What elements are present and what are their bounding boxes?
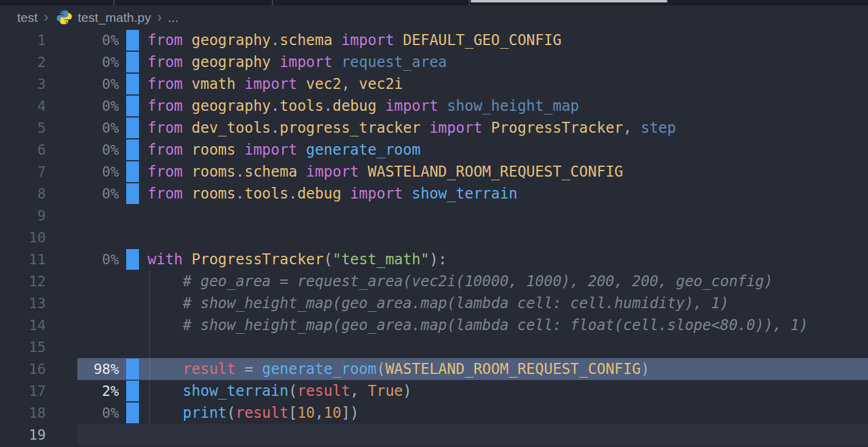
line-number[interactable]: 19 — [0, 424, 46, 446]
coverage-bar — [126, 249, 139, 270]
code-line-row[interactable]: 1698% result = generate_room(WASTELAND_R… — [0, 358, 868, 380]
breadcrumb-folder[interactable]: test — [17, 10, 38, 25]
token-pn — [236, 141, 244, 158]
code-line-row[interactable]: 40%from geography.tools.debug import sho… — [0, 95, 868, 117]
code-text[interactable]: show_terrain(result, True) — [148, 380, 412, 402]
token-pn: , — [623, 119, 641, 136]
code-lines: 10%from geography.schema import DEFAULT_… — [0, 29, 868, 446]
line-number[interactable]: 13 — [0, 292, 46, 314]
token-kw: import — [429, 119, 482, 136]
token-pn: ) — [641, 361, 649, 378]
code-text[interactable]: result = generate_room(WASTELAND_ROOM_RE… — [148, 358, 650, 380]
code-line-row[interactable]: 9 — [0, 205, 868, 227]
coverage-gutter — [119, 380, 148, 402]
token-kw: import — [341, 32, 394, 49]
coverage-gutter — [119, 358, 148, 380]
line-number[interactable]: 11 — [0, 248, 46, 270]
token-pn — [297, 141, 306, 158]
token-mod: rooms — [191, 141, 235, 158]
code-line-row[interactable]: 70%from rooms.schema import WASTELAND_RO… — [0, 161, 868, 183]
coverage-bar — [126, 161, 139, 182]
line-number[interactable]: 2 — [0, 51, 46, 73]
line-number[interactable]: 16 — [0, 358, 46, 380]
chevron-right-icon: › — [44, 10, 49, 24]
line-number[interactable]: 10 — [0, 227, 46, 248]
coverage-gutter — [119, 205, 148, 227]
code-line-row[interactable]: 10 — [0, 227, 868, 248]
code-line-row[interactable]: 60%from rooms import generate_room — [0, 139, 868, 161]
code-text[interactable]: # geo_area = request_area(vec2i(10000, 1… — [148, 270, 773, 292]
code-line-row[interactable]: 180% print(result[10,10]) — [0, 402, 868, 424]
token-kw: from — [148, 141, 183, 158]
code-line-row[interactable]: 80%from rooms.tools.debug import show_te… — [0, 183, 868, 205]
code-line-row[interactable]: 13 # show_height_map(geo_area.map(lambda… — [0, 292, 868, 314]
code-text[interactable]: from geography import request_area — [148, 51, 447, 73]
token-fn: show_terrain — [412, 185, 518, 202]
code-text[interactable]: from vmath import vec2, vec2i — [148, 73, 403, 95]
code-line-row[interactable]: 12 # geo_area = request_area(vec2i(10000… — [0, 270, 868, 292]
token-kw: from — [148, 163, 183, 180]
token-kw: import — [350, 185, 403, 202]
line-number[interactable]: 1 — [0, 29, 46, 51]
coverage-percent: 0% — [46, 95, 119, 117]
code-line-row[interactable]: 172% show_terrain(result, True) — [0, 380, 868, 402]
breadcrumb-symbol-more[interactable]: ... — [168, 10, 179, 25]
token-pn — [359, 163, 368, 180]
line-number[interactable]: 12 — [0, 270, 46, 292]
code-text[interactable]: from rooms.tools.debug import show_terra… — [148, 183, 518, 205]
line-number[interactable]: 5 — [0, 117, 46, 139]
line-number[interactable]: 18 — [0, 402, 46, 424]
code-line-row[interactable]: 14 # show_height_map(geo_area.map(lambda… — [0, 314, 868, 336]
code-text[interactable]: with ProgressTracker("test_math"): — [148, 248, 447, 270]
line-number[interactable]: 7 — [0, 161, 46, 183]
code-text[interactable]: from dev_tools.progress_tracker import P… — [148, 117, 676, 139]
line-number[interactable]: 9 — [0, 205, 46, 227]
token-pn: . — [271, 97, 279, 114]
token-cmt: # show_height_map(geo_area.map(lambda ce… — [148, 295, 729, 312]
token-mod: vec2i — [359, 76, 403, 93]
code-line-row[interactable]: 10%from geography.schema import DEFAULT_… — [0, 29, 868, 51]
token-mod: vmath — [191, 76, 235, 93]
scrollbar-thumb[interactable] — [471, 0, 667, 2]
coverage-gutter — [119, 161, 148, 183]
coverage-gutter — [119, 51, 148, 73]
token-pn — [236, 76, 244, 93]
breadcrumb-file[interactable]: test_math.py — [78, 10, 151, 25]
coverage-percent — [46, 314, 119, 336]
code-text[interactable]: # show_height_map(geo_area.map(lambda ce… — [148, 314, 808, 336]
token-pn: [ — [288, 404, 297, 421]
line-number[interactable]: 4 — [0, 95, 46, 117]
code-line-row[interactable]: 15 — [0, 336, 868, 358]
token-pn: ]) — [341, 404, 359, 421]
code-text[interactable]: from rooms.schema import WASTELAND_ROOM_… — [148, 161, 623, 183]
code-text[interactable]: from rooms import generate_room — [148, 139, 421, 161]
line-number[interactable]: 14 — [0, 314, 46, 336]
token-mod: progress_tracker — [280, 119, 421, 136]
code-line-row[interactable]: 20%from geography import request_area — [0, 51, 868, 73]
coverage-percent — [46, 336, 119, 358]
token-cmt: # geo_area = request_area(vec2i(10000, 1… — [148, 273, 773, 290]
token-pn — [332, 32, 341, 49]
line-number[interactable]: 3 — [0, 73, 46, 95]
code-text[interactable]: from geography.schema import DEFAULT_GEO… — [148, 29, 561, 51]
code-text[interactable]: from geography.tools.debug import show_h… — [148, 95, 579, 117]
token-kw: import — [244, 76, 297, 93]
coverage-gutter — [119, 117, 148, 139]
line-number[interactable]: 17 — [0, 380, 46, 402]
token-mod: vec2 — [306, 76, 341, 93]
coverage-gutter — [119, 73, 148, 95]
token-pn — [183, 163, 191, 180]
code-text[interactable]: # show_height_map(geo_area.map(lambda ce… — [148, 292, 729, 314]
code-line-row[interactable]: 19 — [0, 424, 868, 446]
line-number[interactable]: 8 — [0, 183, 46, 205]
line-number[interactable]: 15 — [0, 336, 46, 358]
token-pn — [183, 119, 191, 136]
code-line-row[interactable]: 110%with ProgressTracker("test_math"): — [0, 248, 868, 270]
code-line-row[interactable]: 30%from vmath import vec2, vec2i — [0, 73, 868, 95]
code-text[interactable]: print(result[10,10]) — [148, 402, 359, 424]
coverage-percent: 0% — [46, 402, 119, 424]
line-number[interactable]: 6 — [0, 139, 46, 161]
token-pn — [482, 119, 491, 136]
code-line-row[interactable]: 50%from dev_tools.progress_tracker impor… — [0, 117, 868, 139]
token-var: result — [183, 361, 236, 378]
